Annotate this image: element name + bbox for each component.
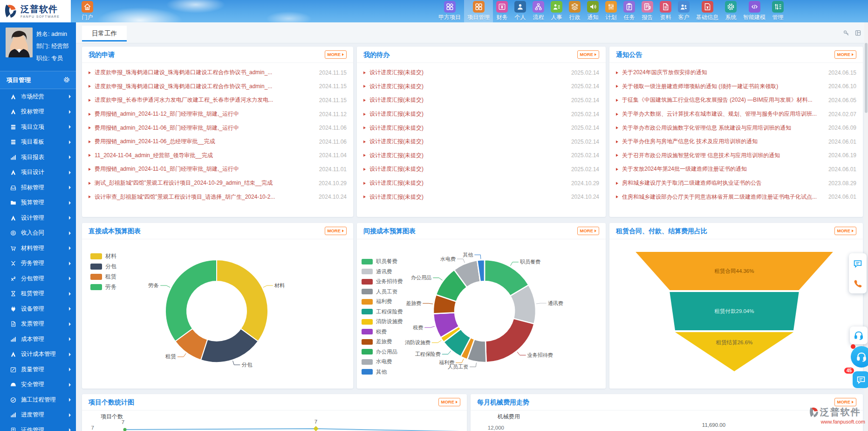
nav-item[interactable]: 行政 (566, 0, 584, 22)
donut-slice[interactable] (165, 260, 217, 341)
list-item[interactable]: 进度款申报_珠海鹤港口建设_珠海鹤港口建设工程合作协议书_admin_...20… (89, 80, 347, 94)
list-item[interactable]: 设计进度汇报(未提交)2025.02.14 (363, 135, 599, 149)
sidebar-item[interactable]: 市场经营 (0, 89, 76, 104)
sidebar-item[interactable]: 设备管理 (0, 301, 76, 317)
list-item[interactable]: 11_2024-11-04_admin_经营部_领导审批__完成2024.11.… (89, 149, 347, 163)
list-item[interactable]: 设计进度汇报(未提交)2025.02.14 (363, 107, 599, 121)
panel-title[interactable]: 间接成本预算图表 (363, 227, 416, 236)
more-button[interactable]: MORE (834, 227, 857, 235)
more-button[interactable]: MORE (577, 50, 600, 59)
sidebar-item[interactable]: 劳务管理 (0, 256, 76, 271)
legend-item[interactable]: 分包 (90, 261, 116, 271)
sidebar-item[interactable]: 项目报表 (0, 150, 76, 165)
list-item[interactable]: 设计进度汇报(未提交)2025.02.14 (363, 80, 599, 94)
tab-daily-work[interactable]: 日常工作 (82, 26, 127, 42)
list-item[interactable]: 关于举办大数据、云计算技术在城市建设、规划、管理与服务中的应用培训班...202… (616, 107, 856, 121)
more-button[interactable]: MORE (325, 50, 347, 59)
sidebar-item[interactable]: 材料管理 (0, 241, 76, 256)
list-item[interactable]: 设计进度汇报(未提交)2024.10.29 (363, 176, 599, 190)
sidebar-item[interactable]: 项目看板 (0, 135, 76, 150)
list-item[interactable]: 设计进度汇报(未提交)2025.02.14 (363, 121, 599, 135)
legend-item[interactable]: 消防设施费 (362, 317, 403, 327)
more-button[interactable]: MORE (325, 227, 347, 235)
chat-button[interactable] (853, 371, 868, 388)
nav-item[interactable]: 计划 (602, 0, 620, 22)
nav-item[interactable]: 系统 (722, 0, 740, 22)
qq-contact-icon[interactable] (853, 258, 863, 269)
nav-item[interactable]: 通知 (584, 0, 602, 22)
list-item[interactable]: 费用报销_admin_2024-11-01_部门经理审批_胡建,_运行中2024… (89, 162, 347, 176)
sidebar-item[interactable]: 证件管理 (0, 423, 76, 431)
list-item[interactable]: 进度款申报_长春市伊通河水力发电厂改建工程_长春市伊通河水力发电...2024.… (89, 93, 347, 107)
nav-item[interactable]: 个人 (511, 0, 529, 22)
panel-title[interactable]: 项目个数统计图 (89, 398, 134, 407)
layout-icon[interactable] (854, 29, 861, 36)
nav-item[interactable]: 基础信息 (693, 0, 722, 22)
more-button[interactable]: MORE (834, 398, 857, 406)
nav-item[interactable]: 智能建模 (740, 0, 769, 22)
sidebar-item[interactable]: 成本管理 (0, 332, 76, 347)
sidebar-item[interactable]: 项目立项 (0, 119, 76, 135)
panel-title[interactable]: 每月机械费用走势 (477, 398, 529, 407)
nav-item[interactable]: 资料 (656, 0, 675, 22)
list-item[interactable]: 关于举办市政公用设施数字化管理信息 系统建设与应用培训班的通知2024.06.0… (616, 121, 856, 135)
nav-item[interactable]: 人事 (547, 0, 566, 22)
sidebar-item[interactable]: 设计成本管理 (0, 347, 76, 362)
list-item[interactable]: 于征集《中国建筑施工行业信息化发展报告 (2024) —BIM应用与发展》材料.… (616, 93, 856, 107)
sidebar-item[interactable]: 招标管理 (0, 180, 76, 195)
list-item[interactable]: 设计进度汇报(未提交)2024.10.24 (363, 190, 599, 204)
sidebar-item[interactable]: 质量管理 (0, 362, 76, 377)
nav-item-portal[interactable]: 门户 (78, 0, 96, 22)
list-item[interactable]: 费用报销_admin_2024-11-06_部门经理审批_胡建,_运行中2024… (89, 121, 347, 135)
nav-item[interactable]: 财务 (493, 0, 511, 22)
legend-item[interactable]: 水电费 (362, 357, 403, 367)
list-item[interactable]: 关于发放2024年第24批一级建造师注册证书的通知2024.06.01 (616, 162, 856, 176)
list-item[interactable]: 设计进度汇报(未提交)2025.02.14 (363, 162, 599, 176)
sidebar-item[interactable]: 收入合同 (0, 226, 76, 241)
nav-item[interactable]: 客户 (675, 0, 693, 22)
sidebar-item[interactable]: 设计管理 (0, 210, 76, 226)
legend-item[interactable]: 材料 (90, 251, 116, 261)
nav-item[interactable]: 项目管理 (464, 0, 493, 22)
scrollbar-thumb[interactable] (865, 43, 868, 113)
legend-item[interactable]: 税费 (362, 327, 403, 337)
list-item[interactable]: 费用报销_admin_2024-11-12_部门经理审批_胡建,_运行中2024… (89, 107, 347, 121)
list-item[interactable]: 设计进度汇报(未提交)2025.02.14 (363, 149, 599, 163)
nav-item[interactable]: 甲方项目 (435, 0, 464, 22)
funnel-band[interactable] (675, 332, 793, 371)
panel-title[interactable]: 我的申请 (89, 51, 115, 59)
watermark-url[interactable]: www.fanpusoft.com (821, 419, 865, 424)
sidebar-item[interactable]: 发票管理 (0, 317, 76, 332)
phone-icon[interactable] (853, 278, 863, 289)
gear-icon[interactable] (63, 76, 70, 83)
legend-item[interactable]: 福利费 (362, 297, 403, 307)
list-item[interactable]: 进度款申报_珠海鹤港口建设_珠海鹤港口建设工程合作协议书_admin_...20… (89, 66, 347, 80)
legend-item[interactable]: 业务招待费 (362, 277, 403, 287)
list-item[interactable]: 关于领取一级注册建造师增项贴的通知 (须持一建证书前来领取)2024.06.10 (616, 80, 856, 94)
list-item[interactable]: 关于召开市政公用设施智慧化管理 信息技术与应用培训班的通知2024.06.19 (616, 149, 856, 163)
list-item[interactable]: 关于2024年国庆节放假安排的通知2024.06.15 (616, 66, 856, 80)
sidebar-item[interactable]: 预算管理 (0, 195, 76, 211)
list-item[interactable]: 设计进度汇报(未提交)2025.02.14 (363, 66, 599, 80)
legend-item[interactable]: 其他 (362, 367, 403, 377)
nav-item[interactable]: 管理 (769, 0, 787, 22)
legend-item[interactable]: 办公用品 (362, 347, 403, 357)
list-item[interactable]: 房和城乡建设厅关于取消二级建造师临时执业证书的公告2023.08.29 (616, 176, 856, 190)
more-button[interactable]: MORE (438, 398, 461, 406)
donut-slice[interactable] (217, 260, 268, 341)
list-item[interactable]: 设计审查_彭祖新城“四馆”景观工程设计项目_请选择_胡广生_2024-10-2.… (89, 190, 347, 204)
more-button[interactable]: MORE (834, 50, 857, 59)
nav-item[interactable]: 报告 (638, 0, 656, 22)
sidebar-item[interactable]: 租赁管理 (0, 286, 76, 302)
headset-icon[interactable] (853, 330, 864, 341)
more-button[interactable]: MORE (577, 227, 600, 235)
sidebar-item[interactable]: 安全管理 (0, 377, 76, 393)
list-item[interactable]: 住房和城乡建设部办公厅关于同意吉林省开展二级建造师注册证书电子化试点...202… (616, 190, 856, 204)
nav-item[interactable]: 流程 (529, 0, 547, 22)
sidebar-item[interactable]: 分包管理 (0, 271, 76, 286)
list-item[interactable]: 设计进度汇报(未提交)2025.02.14 (363, 93, 599, 107)
list-item[interactable]: 费用报销_admin_2024-11-06_总经理审批__完成2024.11.0… (89, 135, 347, 149)
sidebar-item[interactable]: 施工过程管理 (0, 392, 76, 408)
sidebar-item[interactable]: 项目设计 (0, 165, 76, 181)
list-item[interactable]: 测试_彭祖新城“四馆”景观工程设计项目_2024-10-29_admin_结束_… (89, 176, 347, 190)
